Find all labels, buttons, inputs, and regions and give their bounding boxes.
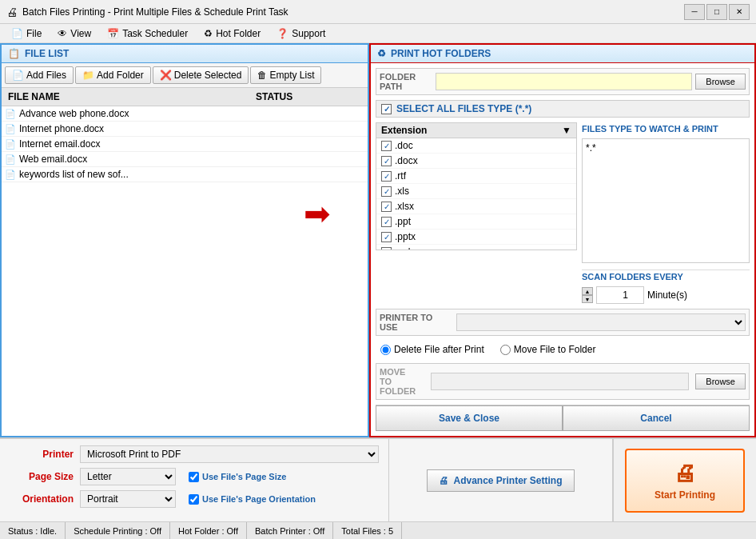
ext-checkbox-pub[interactable] (381, 247, 392, 251)
printer-setting-select[interactable]: Microsoft Print to PDF (80, 445, 379, 463)
move-folder-row: MOVE TO FOLDER Browse (376, 363, 750, 400)
file-icon: 📄 (5, 124, 16, 134)
file-icon: 📄 (5, 109, 16, 119)
extension-item[interactable]: .xls (376, 184, 576, 199)
printer-setting-row: Printer Microsoft Print to PDF (10, 445, 379, 463)
add-folder-label: Add Folder (97, 70, 144, 81)
scan-increment-button[interactable]: ▲ (582, 287, 593, 295)
empty-list-button[interactable]: 🗑 Empty List (250, 66, 321, 84)
delete-after-print-option[interactable]: Delete File after Print (380, 344, 484, 355)
extension-item[interactable]: .pub (376, 245, 576, 250)
move-folder-input[interactable] (431, 373, 689, 390)
watch-print-label: FILES TYPE TO WATCH & PRINT (582, 122, 750, 135)
extension-item[interactable]: .docx (376, 154, 576, 169)
list-item[interactable]: 📄 keywords list of new sof... (2, 167, 368, 182)
menu-task-scheduler[interactable]: 📅 Task Scheduler (99, 26, 196, 41)
status-column-header: STATUS (253, 90, 364, 104)
add-files-button[interactable]: 📄 Add Files (5, 66, 74, 84)
extension-item[interactable]: .rtf (376, 169, 576, 184)
bottom-section: Printer Microsoft Print to PDF Page Size… (0, 437, 756, 521)
task-scheduler-label: Task Scheduler (122, 28, 188, 39)
delete-selected-button[interactable]: ❌ Delete Selected (153, 66, 249, 84)
ext-label-pptx: .pptx (395, 231, 416, 242)
orientation-label: Orientation (10, 493, 74, 505)
delete-selected-label: Delete Selected (174, 70, 242, 81)
scan-interval-input[interactable] (596, 286, 644, 304)
move-folder-browse-button[interactable]: Browse (695, 373, 746, 389)
print-hot-folders-panel: ♻ PRINT HOT FOLDERS FOLDER PATH Browse S… (369, 43, 756, 437)
delete-radio[interactable] (380, 345, 391, 355)
main-area: ➡ 📋 FILE LIST 📄 Add Files 📁 Add Folder ❌… (0, 43, 756, 437)
menu-support[interactable]: ❓ Support (269, 26, 333, 41)
list-item[interactable]: 📄 Web email.docx (2, 152, 368, 167)
list-item[interactable]: 📄 Advance web phone.docx (2, 106, 368, 122)
start-printing-area: 🖨 Start Printing (612, 439, 756, 521)
extension-item[interactable]: .pptx (376, 230, 576, 245)
printer-setting-label: Printer (10, 449, 74, 460)
extension-item[interactable]: .ppt (376, 214, 576, 230)
window-controls: ─ □ ✕ (684, 4, 750, 20)
start-print-icon: 🖨 (674, 460, 696, 486)
start-printing-button[interactable]: 🖨 Start Printing (625, 449, 745, 513)
hot-folder-status: Hot Folder : Off (170, 522, 247, 539)
ext-checkbox-pptx[interactable] (381, 232, 392, 242)
minimize-button[interactable]: ─ (684, 4, 705, 20)
extensions-area: Extension ▼ .doc .docx .rtf (376, 122, 750, 304)
watch-print-textarea[interactable]: *.* (582, 138, 750, 263)
support-icon: ❓ (277, 28, 288, 39)
page-size-label: Page Size (10, 471, 74, 482)
printer-select[interactable] (456, 313, 746, 331)
menu-hot-folder[interactable]: ♻ Hot Folder (196, 26, 269, 41)
ext-checkbox-docx[interactable] (381, 156, 392, 166)
list-item[interactable]: 📄 Internet email.docx (2, 137, 368, 152)
menu-view[interactable]: 👁 View (50, 26, 99, 41)
radio-row: Delete File after Print Move File to Fol… (376, 341, 750, 358)
add-folder-button[interactable]: 📁 Add Folder (75, 66, 151, 84)
ext-checkbox-ppt[interactable] (381, 217, 392, 227)
extension-item[interactable]: .xlsx (376, 199, 576, 214)
support-label: Support (292, 28, 325, 39)
ext-checkbox-xls[interactable] (381, 186, 392, 197)
delete-selected-icon: ❌ (160, 70, 172, 81)
move-radio[interactable] (500, 345, 511, 355)
print-hot-folders-header: ♻ PRINT HOT FOLDERS (371, 45, 754, 63)
advance-printer-button[interactable]: 🖨 Advance Printer Setting (427, 469, 574, 492)
advance-printer-area: 🖨 Advance Printer Setting (388, 439, 612, 521)
ext-checkbox-xlsx[interactable] (381, 202, 392, 212)
select-all-checkbox[interactable] (381, 104, 392, 114)
file-name: Internet phone.docx (19, 123, 253, 134)
ext-label-doc: .doc (395, 140, 413, 151)
close-button[interactable]: ✕ (729, 4, 750, 20)
menu-file[interactable]: 📄 File (3, 26, 50, 41)
file-menu-icon: 📄 (11, 28, 23, 39)
list-item[interactable]: 📄 Internet phone.docx (2, 122, 368, 137)
ext-checkbox-rtf[interactable] (381, 171, 392, 182)
cancel-button[interactable]: Cancel (563, 405, 750, 431)
save-close-button[interactable]: Save & Close (376, 405, 563, 431)
file-toolbar: 📄 Add Files 📁 Add Folder ❌ Delete Select… (2, 63, 368, 88)
folder-browse-button[interactable]: Browse (695, 74, 746, 90)
move-to-folder-option[interactable]: Move File to Folder (500, 344, 596, 355)
folder-path-input[interactable] (436, 73, 692, 90)
ext-label-rtf: .rtf (395, 170, 406, 182)
scan-decrement-button[interactable]: ▼ (582, 295, 593, 303)
file-list-icon: 📋 (8, 48, 20, 59)
file-icon: 📄 (5, 170, 16, 180)
hot-folder-icon: ♻ (204, 28, 213, 39)
use-file-page-size-checkbox[interactable] (189, 472, 199, 482)
app-title: Batch Files Printing - Print Multiple Fi… (22, 6, 684, 18)
file-list-header: 📋 FILE LIST (2, 45, 368, 63)
file-list: 📄 Advance web phone.docx 📄 Internet phon… (2, 106, 368, 436)
ext-label-xlsx: .xlsx (395, 201, 414, 212)
scan-label: SCAN FOLDERS EVERY (582, 270, 750, 283)
ext-checkbox-doc[interactable] (381, 141, 392, 151)
empty-list-label: Empty List (269, 70, 314, 81)
orientation-select[interactable]: Portrait (80, 490, 176, 508)
use-file-orientation-label: Use File's Page Orientation (202, 494, 316, 504)
file-status (253, 173, 364, 176)
extension-item[interactable]: .doc (376, 138, 576, 154)
page-size-select[interactable]: Letter (80, 468, 176, 485)
select-all-row: SELECT ALL FILES TYPE (*.*) (376, 100, 750, 118)
use-file-orientation-checkbox[interactable] (189, 494, 199, 505)
maximize-button[interactable]: □ (706, 4, 727, 20)
